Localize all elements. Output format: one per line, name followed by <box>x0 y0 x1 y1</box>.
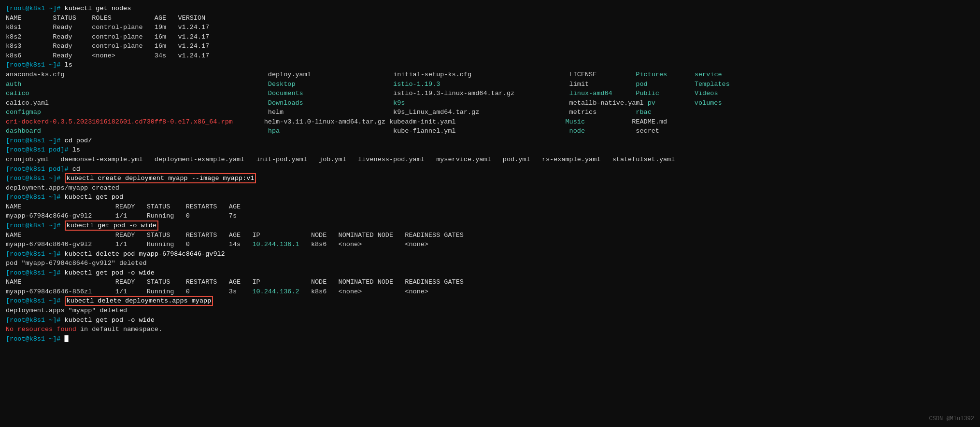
highlight-create-deployment: kubectl create deployment myapp --image … <box>65 173 256 183</box>
line-cd: [root@k8s1 pod]# cd <box>6 165 974 174</box>
ls-row7: dashboard hpa kube-flannel.yml node secr… <box>6 126 974 136</box>
cmd: kubectl get nodes <box>65 5 131 12</box>
line-ls-pod: [root@k8s1 pod]# ls <box>6 145 974 155</box>
line-get-pod-wide1: [root@k8s1 ~]# kubectl get pod -o wide <box>6 221 974 231</box>
line-final-prompt: [root@k8s1 ~]# █ <box>6 334 974 344</box>
line-1: [root@k8s1 ~]# kubectl get nodes <box>6 4 974 14</box>
line-no-resources: No resources found in default namespace. <box>6 325 974 334</box>
line-pod-header1: NAME READY STATUS RESTARTS AGE <box>6 202 974 212</box>
line-get-pod-wide2: [root@k8s1 ~]# kubectl get pod -o wide <box>6 268 974 278</box>
line-5: k8s3 Ready control-plane 16m v1.24.17 <box>6 41 974 51</box>
ls-row5: configmap helm k9s_Linux_amd64.tar.gz me… <box>6 108 974 117</box>
line-6: k8s6 Ready <none> 34s v1.24.17 <box>6 51 974 61</box>
line-delete-deploy: [root@k8s1 ~]# kubectl delete deployment… <box>6 296 974 306</box>
line-pod-row2: myapp-67984c8646-gv9l2 1/1 Running 0 14s… <box>6 240 974 249</box>
line-get-pod-wide3: [root@k8s1 ~]# kubectl get pod -o wide <box>6 316 974 325</box>
ls-row3: calico Documents istio-1.19.3-linux-amd6… <box>6 89 974 98</box>
terminal: [root@k8s1 ~]# kubectl get nodes NAME ST… <box>0 0 980 427</box>
highlight-delete-deployment: kubectl delete deployments.apps myapp <box>65 296 213 306</box>
line-4: k8s2 Ready control-plane 16m v1.24.17 <box>6 32 974 42</box>
ls-row1: anaconda-ks.cfg deploy.yaml initial-setu… <box>6 70 974 80</box>
line-cd-pod: [root@k8s1 ~]# cd pod/ <box>6 136 974 146</box>
line-pod-deleted: pod "myapp-67984c8646-gv9l2" deleted <box>6 259 974 268</box>
line-get-pod: [root@k8s1 ~]# kubectl get pod <box>6 193 974 202</box>
line-delete-pod: [root@k8s1 ~]# kubectl delete pod myapp-… <box>6 249 974 259</box>
line-pod-row3: myapp-67984c8646-856zl 1/1 Running 0 3s … <box>6 287 974 297</box>
ls-row2: auth Desktop istio-1.19.3 limit pod Temp… <box>6 80 974 89</box>
highlight-get-pod-wide: kubectl get pod -o wide <box>65 220 158 231</box>
line-7: [root@k8s1 ~]# ls <box>6 60 974 70</box>
line-deploy-created: deployment.apps/myapp created <box>6 183 974 193</box>
line-create-deploy: [root@k8s1 ~]# kubectl create deployment… <box>6 174 974 183</box>
line-pod-files: cronjob.yml daemonset-example.yml deploy… <box>6 155 974 165</box>
ls-row6: cri-dockerd-0.3.5.20231016182601.cd730ff… <box>6 117 974 127</box>
line-pod-header2: NAME READY STATUS RESTARTS AGE IP NODE N… <box>6 231 974 240</box>
line-deploy-deleted: deployment.apps "myapp" deleted <box>6 306 974 316</box>
line-2: NAME STATUS ROLES AGE VERSION <box>6 14 974 23</box>
ls-row4: calico.yaml Downloads k9s metallb-native… <box>6 98 974 108</box>
line-pod-header3: NAME READY STATUS RESTARTS AGE IP NODE N… <box>6 277 974 287</box>
line-3: k8s1 Ready control-plane 19m v1.24.17 <box>6 23 974 32</box>
watermark: CSDN @Mlul392 <box>929 415 974 423</box>
prompt: [root@k8s1 ~]# <box>6 5 65 12</box>
line-pod-row1: myapp-67984c8646-gv9l2 1/1 Running 0 7s <box>6 211 974 221</box>
